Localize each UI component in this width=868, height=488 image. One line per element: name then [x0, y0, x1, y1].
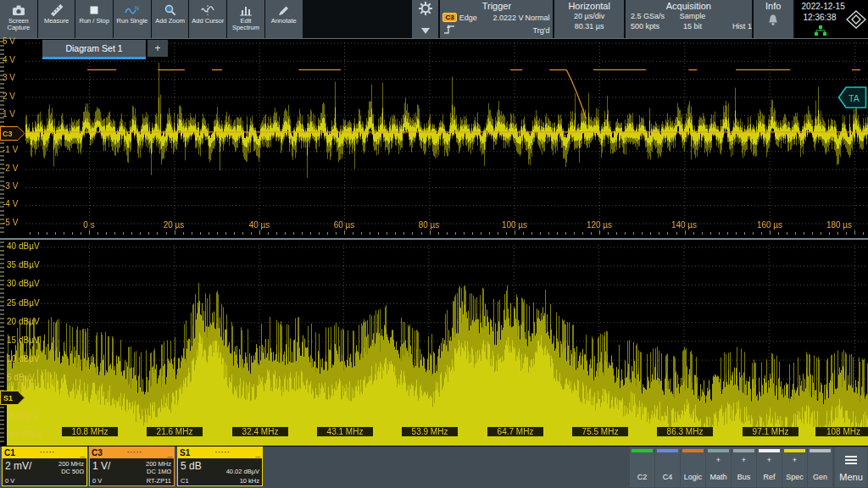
t-axis-label: 0 s [64, 220, 114, 230]
c3-offset: 0 V [92, 477, 102, 485]
v-axis-label: -3 V [3, 181, 28, 191]
toolbar-label: Screen Capture [0, 18, 37, 31]
c2-color-stripe [632, 449, 653, 452]
add-channel-c2-button[interactable]: C2 [630, 447, 654, 487]
add-zoom-button[interactable]: Add Zoom [152, 0, 189, 38]
spectrum-bars-icon [239, 3, 253, 17]
measure-button[interactable]: Measure [38, 0, 75, 38]
db-axis-label: 5 dBµV [7, 373, 35, 382]
db-axis-label: 10 dBµV [7, 354, 40, 363]
generator-button[interactable]: Gen [808, 447, 832, 487]
plus-icon: + [706, 456, 731, 464]
channel-id: C1 [4, 448, 15, 458]
lan-status-icon [814, 25, 827, 37]
t-axis-label: 80 µs [403, 220, 454, 230]
v-axis-label: -5 V [3, 218, 28, 227]
record-length: 500 kpts [631, 21, 671, 31]
cursor-wave-icon [201, 3, 214, 17]
camera-icon [12, 3, 25, 17]
bell-icon [767, 14, 779, 30]
clock-section[interactable]: 2022-12-15 12:36:38 [795, 0, 868, 38]
s1-rbw: 10 kHz [240, 477, 259, 485]
v-axis-label: 2 V [3, 92, 28, 101]
info-title: Info [765, 1, 781, 11]
minimize-icon[interactable]: _ [255, 448, 260, 458]
plus-icon: + [757, 456, 782, 464]
waveform-spectrum-canvas[interactable] [0, 39, 868, 447]
minimize-icon[interactable]: _ [80, 448, 85, 458]
drag-dots-icon: ····· [15, 450, 81, 455]
ruler-icon [50, 3, 64, 17]
f-axis-label: 64.7 MHz [487, 427, 543, 436]
add-cursor-button[interactable]: Add Cursor [189, 0, 226, 38]
channel-c3-box[interactable]: C3 ····· _ 1 V/ 200 MHz DC 1MΩ 0 V RT-ZP… [89, 446, 175, 487]
diagram-divider[interactable] [0, 238, 868, 240]
plus-icon: + [782, 456, 807, 464]
horizontal-position: 80.31 µs [554, 21, 623, 31]
toolbar-label: Annotate [271, 18, 297, 25]
horizontal-section[interactable]: Horizontal 20 µs/div 80.31 µs [554, 0, 623, 38]
c1-details: 200 MHz DC 50Ω [58, 460, 84, 475]
horizontal-scale: 20 µs/div [554, 11, 623, 21]
v-axis-label: -4 V [3, 199, 28, 208]
add-ref-button[interactable]: + Ref [757, 447, 782, 487]
add-channel-c4-button[interactable]: C4 [655, 447, 680, 487]
screen-capture-button[interactable]: Screen Capture [0, 0, 37, 38]
add-bus-button[interactable]: + Bus [732, 447, 756, 487]
spectrum-s1-box[interactable]: S1 ····· _ 5 dB 40.02 dBµV C1 10 kHz [177, 446, 263, 487]
t-axis-label: 40 µs [234, 220, 285, 230]
trigger-mode: Normal [524, 14, 554, 22]
run-single-button[interactable]: N Run Single [114, 0, 151, 38]
trigger-annotation-flag[interactable]: TA [837, 86, 867, 112]
tab-diagram-set-1[interactable]: Diagram Set 1 [42, 40, 146, 59]
history: Hist 1 [714, 21, 752, 31]
hamburger-icon [845, 456, 857, 464]
minimize-icon[interactable]: _ [167, 448, 172, 458]
ref-color-stripe [759, 449, 780, 452]
channel-c1-box[interactable]: C1 ····· _ 2 mV/ 200 MHz DC 50Ω 0 V [2, 446, 87, 487]
toolbar-label: Run / Stop [79, 18, 108, 25]
c1-offset: 0 V [5, 477, 14, 485]
chevron-down-icon [421, 22, 430, 37]
info-section[interactable]: Info [754, 0, 793, 38]
settings-button[interactable] [412, 0, 439, 38]
c3-channel-marker[interactable]: C3 [0, 126, 25, 144]
add-spectrum-button[interactable]: + Spec [782, 447, 807, 487]
gear-icon [418, 1, 433, 19]
t-axis-label: 180 µs [814, 220, 865, 230]
logic-button[interactable]: Logic [681, 447, 705, 487]
f-axis-label: 21.6 MHz [147, 427, 203, 436]
acquisition-mode: Sample [671, 11, 714, 21]
menu-button[interactable]: Menu [835, 447, 867, 487]
annotate-button[interactable]: Annotate [265, 0, 303, 38]
t-axis-label: 120 µs [574, 220, 625, 230]
f-axis-label: 32.4 MHz [232, 427, 288, 436]
run-stop-button[interactable]: Run / Stop [75, 0, 113, 38]
s1-scale: 5 dB [181, 460, 202, 472]
acquisition-section[interactable]: Acquisition 2.5 GSa/s Sample 500 kpts 15… [626, 0, 752, 38]
time-display: 12:36:38 [804, 13, 837, 22]
channel-id: C3 [92, 448, 103, 458]
s1-source: C1 [181, 477, 189, 485]
f-axis-label: 53.9 MHz [402, 427, 458, 436]
add-math-button[interactable]: + Math [706, 447, 731, 487]
v-axis-label: 3 V [3, 73, 28, 82]
toolbar-label: Add Cursor [192, 18, 224, 25]
t-axis-label: 20 µs [148, 220, 199, 230]
add-tab-button[interactable]: + [147, 40, 168, 57]
f-axis-label: 10.8 MHz [62, 427, 118, 436]
edit-spectrum-button[interactable]: Edit Spectrum [227, 0, 264, 38]
v-axis-label: 5 V [3, 36, 28, 46]
s1-spectrum-marker[interactable]: S1 [0, 391, 25, 408]
logic-color-stripe [682, 449, 704, 452]
gen-color-stripe [810, 449, 831, 452]
trigger-section[interactable]: Trigger C3 Edge 2.0222 V Normal Trg'd [440, 0, 553, 38]
f-axis-label: 86.3 MHz [657, 427, 713, 436]
db-axis-label: 20 dBµV [7, 317, 40, 326]
bus-color-stripe [733, 449, 754, 452]
math-color-stripe [708, 449, 729, 452]
c3-details: 200 MHz DC 1MΩ [146, 460, 171, 475]
diagram-splitter-handle[interactable] [0, 241, 4, 445]
acquisition-title: Acquisition [626, 1, 752, 11]
spec-color-stripe [784, 449, 805, 452]
